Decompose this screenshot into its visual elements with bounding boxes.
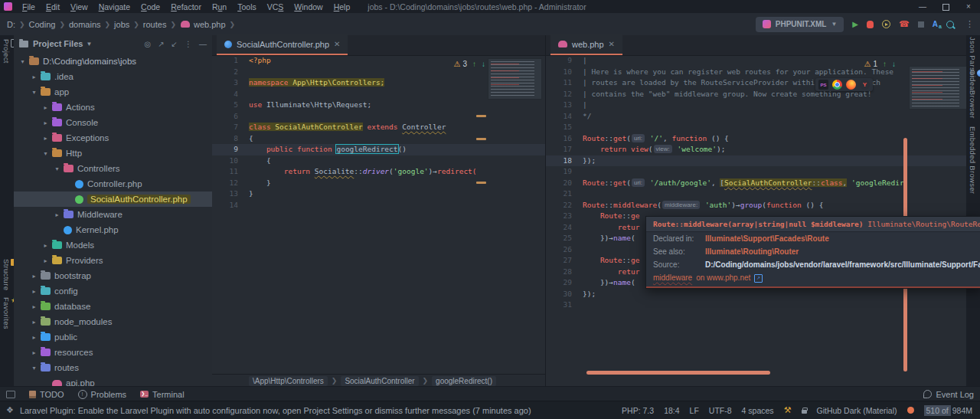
breadcrumb-item-jobs[interactable]: jobs	[113, 20, 130, 29]
see-also-value[interactable]: Illuminate\Routing\Router	[705, 247, 799, 257]
code-line-10[interactable]: 10| Here is where you can register web r…	[546, 67, 966, 78]
code-editor-socialauthcontroller[interactable]: 1<?php23namespace App\Http\Controllers;4…	[212, 55, 545, 375]
memory-indicator[interactable]: 510 of984M	[924, 405, 974, 416]
menu-window[interactable]: Window	[289, 2, 328, 11]
run-button[interactable]: ▶	[852, 20, 858, 28]
locate-icon[interactable]: ◎	[144, 40, 151, 48]
external-link-icon[interactable]: ↗	[754, 274, 763, 283]
indent-widget[interactable]: 4 spaces	[742, 406, 774, 415]
declared-value[interactable]: Illuminate\Support\Facades\Route	[705, 234, 829, 244]
strip-item-embedded-browser[interactable]: Embedded Browser	[969, 126, 977, 194]
menu-vcs[interactable]: VCS	[262, 2, 289, 11]
tree-item-providers[interactable]: ▸Providers	[14, 253, 212, 268]
tree-item-exceptions[interactable]: ▸Exceptions	[14, 130, 212, 146]
menu-run[interactable]: Run	[207, 2, 232, 11]
breadcrumb-item-domains[interactable]: domains	[68, 20, 102, 29]
tree-item-models[interactable]: ▸Models	[14, 237, 212, 253]
inspection-widget[interactable]: ⚠3 ↑ ↓	[453, 60, 485, 68]
code-line-9[interactable]: 9|	[546, 55, 966, 67]
listen-debug-button[interactable]: ☎	[899, 20, 910, 28]
caret-position-widget[interactable]: 18:4	[664, 406, 679, 415]
tree-chevron-icon[interactable]: ▸	[41, 257, 50, 264]
tree-item-config[interactable]: ▸config	[14, 283, 212, 299]
menu-refactor[interactable]: Refactor	[165, 2, 207, 11]
translate-icon[interactable]: A	[933, 20, 938, 28]
encoding-widget[interactable]: UTF-8	[709, 406, 732, 415]
source-path[interactable]: D:/Coding/domains/jobs/vendor/laravel/fr…	[705, 260, 980, 270]
code-line-10[interactable]: 10 {	[212, 155, 545, 167]
tree-item-bootstrap[interactable]: ▸bootstrap	[14, 268, 212, 283]
code-line-15[interactable]: 15	[546, 122, 966, 133]
tree-chevron-icon[interactable]: ▸	[30, 288, 38, 295]
tree-item-routes[interactable]: ▾routes	[14, 360, 212, 375]
project-view-selector[interactable]: Project Files	[33, 39, 83, 48]
code-minimap[interactable]	[488, 58, 542, 100]
tree-item-public[interactable]: ▸public	[14, 329, 212, 345]
lock-icon[interactable]	[802, 410, 807, 414]
maximize-button[interactable]	[934, 2, 957, 11]
hide-panel-icon[interactable]: —	[199, 40, 207, 48]
tree-chevron-icon[interactable]: ▸	[30, 334, 38, 341]
chevron-down-icon[interactable]: ▼	[86, 41, 92, 47]
line-ending-widget[interactable]: LF	[690, 406, 699, 415]
notification-dot-icon[interactable]	[907, 407, 914, 414]
tree-chevron-icon[interactable]: ▾	[53, 165, 61, 172]
run-configuration-select[interactable]: PHPUNIT.XML ▼	[756, 17, 844, 32]
yandex-icon[interactable]: Y	[860, 80, 870, 90]
tree-chevron-icon[interactable]: ▸	[53, 211, 61, 218]
code-line-9[interactable]: 9 public function googleRedirect()	[212, 144, 545, 155]
minimize-button[interactable]: —	[911, 2, 934, 11]
code-line-6[interactable]: 6	[212, 111, 545, 123]
toolwindow-tab-todo[interactable]: TODO	[29, 390, 64, 399]
menu-code[interactable]: Code	[136, 2, 165, 11]
tree-item-middleware[interactable]: ▸Middleware	[14, 207, 212, 222]
tree-chevron-icon[interactable]: ▾	[41, 150, 50, 157]
menu-help[interactable]: Help	[328, 2, 356, 11]
code-line-14[interactable]: 14	[212, 200, 545, 211]
phpstorm-preview-icon[interactable]: PS	[818, 80, 828, 90]
tree-chevron-icon[interactable]: ▸	[30, 349, 38, 356]
run-with-coverage-button[interactable]	[882, 20, 890, 28]
tree-chevron-icon[interactable]: ▸	[30, 303, 38, 310]
inspection-widget[interactable]: ⚠1 ↑ ↓	[864, 60, 896, 68]
tree-item-controllers[interactable]: ▾Controllers	[14, 161, 212, 176]
code-line-5[interactable]: 5use Illuminate\Http\Request;	[212, 100, 545, 111]
warning-stripe-mark[interactable]	[476, 182, 486, 184]
breadcrumb-item-routes[interactable]: routes	[142, 20, 168, 29]
chrome-icon[interactable]	[832, 80, 842, 90]
tree-item-console[interactable]: ▸Console	[14, 115, 212, 130]
breadcrumb-item-app-http-controllers[interactable]: \App\Http\Controllers	[249, 376, 328, 386]
tree-item-http[interactable]: ▾Http	[14, 146, 212, 161]
tree-item-api-php[interactable]: api.php	[14, 375, 212, 387]
more-options-icon[interactable]: ⋮	[185, 40, 192, 48]
code-line-7[interactable]: 7class SocialAuthController extends Cont…	[212, 122, 545, 133]
code-line-13[interactable]: 13}	[212, 188, 545, 200]
php-version-widget[interactable]: PHP: 7.3	[622, 406, 654, 415]
search-everywhere-button[interactable]	[946, 21, 954, 28]
build-icon[interactable]: ⚒	[784, 405, 792, 415]
tree-item-d-coding-domains-jobs[interactable]: ▾D:\Coding\domains\jobs	[14, 54, 212, 69]
code-minimap[interactable]	[909, 66, 967, 110]
tree-item-app[interactable]: ▾app	[14, 84, 212, 100]
warning-stripe-mark[interactable]	[476, 138, 486, 140]
firefox-icon[interactable]	[846, 80, 856, 90]
tree-item-node-modules[interactable]: ▸node_modules	[14, 314, 212, 329]
code-line-13[interactable]: 13|	[546, 100, 966, 111]
menu-navigate[interactable]: Navigate	[93, 2, 136, 11]
code-line-12[interactable]: 12| contains the "web" middleware group.…	[546, 89, 966, 100]
code-line-12[interactable]: 12 }	[212, 178, 545, 189]
tree-chevron-icon[interactable]: ▸	[41, 135, 50, 142]
event-log-tab[interactable]: Event Log	[923, 390, 974, 399]
close-icon[interactable]: ✕	[609, 40, 615, 48]
tab-webphp[interactable]: web.php ✕	[550, 34, 622, 55]
breadcrumb-item-coding[interactable]: Coding	[28, 20, 57, 29]
code-line-8[interactable]: 8{	[212, 133, 545, 145]
code-line-14[interactable]: 14*/	[546, 111, 966, 123]
php-net-link[interactable]: on www.php.net	[696, 273, 750, 283]
breadcrumb-item-socialauthcontroller[interactable]: SocialAuthController	[341, 376, 418, 386]
horizontal-scrollbar[interactable]	[586, 371, 770, 375]
toolwindow-tab-terminal[interactable]: ❯_Terminal	[140, 390, 185, 399]
tree-chevron-icon[interactable]: ▸	[41, 242, 50, 249]
tree-chevron-icon[interactable]: ▸	[30, 319, 38, 326]
tree-item-socialauthcontroller-php[interactable]: SocialAuthController.php	[14, 191, 212, 207]
